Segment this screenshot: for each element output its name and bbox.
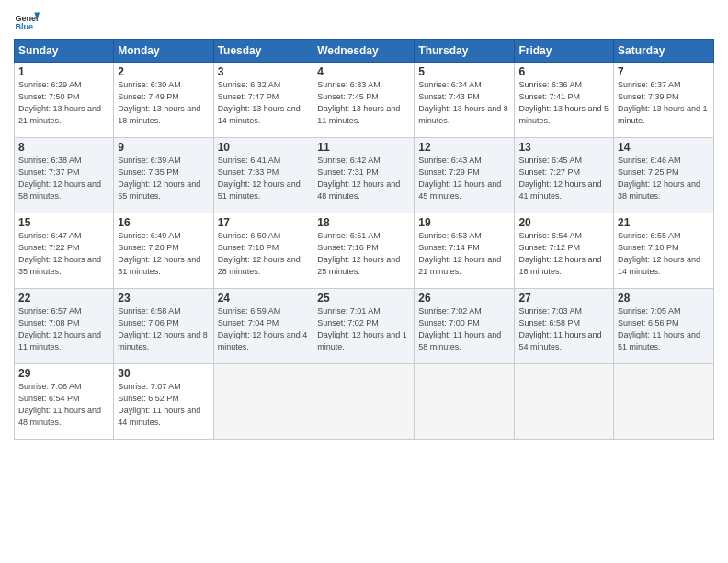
day-number: 11 — [317, 141, 410, 154]
day-info: Sunrise: 6:53 AMSunset: 7:14 PMDaylight:… — [418, 230, 510, 278]
day-number: 13 — [518, 141, 609, 154]
day-number: 27 — [518, 292, 609, 304]
day-number: 3 — [218, 65, 310, 78]
day-number: 21 — [618, 216, 710, 229]
calendar-table: SundayMondayTuesdayWednesdayThursdayFrid… — [14, 39, 714, 440]
day-info: Sunrise: 6:55 AMSunset: 7:10 PMDaylight:… — [618, 230, 710, 278]
day-info: Sunrise: 7:06 AMSunset: 6:54 PMDaylight:… — [18, 381, 109, 429]
calendar-cell: 17Sunrise: 6:50 AMSunset: 7:18 PMDayligh… — [213, 213, 313, 289]
day-info: Sunrise: 7:01 AMSunset: 7:02 PMDaylight:… — [317, 305, 410, 353]
day-info: Sunrise: 7:03 AMSunset: 6:58 PMDaylight:… — [518, 305, 609, 353]
day-info: Sunrise: 6:39 AMSunset: 7:35 PMDaylight:… — [118, 155, 209, 202]
logo: General Blue — [14, 9, 40, 35]
day-info: Sunrise: 6:37 AMSunset: 7:39 PMDaylight:… — [618, 79, 710, 127]
day-number: 14 — [618, 141, 710, 154]
day-info: Sunrise: 6:51 AMSunset: 7:16 PMDaylight:… — [317, 230, 410, 278]
day-info: Sunrise: 6:34 AMSunset: 7:43 PMDaylight:… — [418, 79, 510, 127]
day-info: Sunrise: 6:32 AMSunset: 7:47 PMDaylight:… — [218, 79, 310, 127]
day-number: 25 — [317, 292, 410, 304]
day-number: 1 — [18, 65, 109, 78]
calendar-cell: 15Sunrise: 6:47 AMSunset: 7:22 PMDayligh… — [15, 213, 114, 289]
day-number: 16 — [118, 216, 209, 229]
calendar-cell: 4Sunrise: 6:33 AMSunset: 7:45 PMDaylight… — [313, 63, 415, 138]
calendar-cell: 13Sunrise: 6:45 AMSunset: 7:27 PMDayligh… — [515, 138, 614, 213]
day-number: 7 — [618, 65, 710, 78]
day-number: 6 — [518, 65, 609, 78]
weekday-header: Saturday — [614, 40, 714, 63]
weekday-header: Thursday — [415, 40, 515, 63]
calendar-cell: 10Sunrise: 6:41 AMSunset: 7:33 PMDayligh… — [213, 138, 313, 213]
day-number: 23 — [118, 292, 209, 304]
day-number: 19 — [418, 216, 510, 229]
calendar-cell: 22Sunrise: 6:57 AMSunset: 7:08 PMDayligh… — [15, 289, 114, 364]
calendar-cell: 2Sunrise: 6:30 AMSunset: 7:49 PMDaylight… — [114, 63, 213, 138]
day-number: 9 — [118, 141, 209, 154]
calendar-cell: 1Sunrise: 6:29 AMSunset: 7:50 PMDaylight… — [15, 63, 114, 138]
calendar-cell: 23Sunrise: 6:58 AMSunset: 7:06 PMDayligh… — [114, 289, 213, 364]
day-number: 24 — [218, 292, 310, 304]
calendar-cell: 5Sunrise: 6:34 AMSunset: 7:43 PMDaylight… — [415, 63, 515, 138]
calendar-cell: 7Sunrise: 6:37 AMSunset: 7:39 PMDaylight… — [614, 63, 714, 138]
calendar-cell: 30Sunrise: 7:07 AMSunset: 6:52 PMDayligh… — [114, 364, 213, 440]
calendar-cell — [415, 364, 515, 440]
calendar-cell: 26Sunrise: 7:02 AMSunset: 7:00 PMDayligh… — [415, 289, 515, 364]
day-number: 18 — [317, 216, 410, 229]
calendar-cell: 28Sunrise: 7:05 AMSunset: 6:56 PMDayligh… — [614, 289, 714, 364]
calendar-cell: 24Sunrise: 6:59 AMSunset: 7:04 PMDayligh… — [213, 289, 313, 364]
calendar-cell: 27Sunrise: 7:03 AMSunset: 6:58 PMDayligh… — [515, 289, 614, 364]
calendar-cell — [313, 364, 415, 440]
calendar-week-row: 15Sunrise: 6:47 AMSunset: 7:22 PMDayligh… — [15, 213, 714, 289]
calendar-cell: 14Sunrise: 6:46 AMSunset: 7:25 PMDayligh… — [614, 138, 714, 213]
day-info: Sunrise: 7:02 AMSunset: 7:00 PMDaylight:… — [418, 305, 510, 353]
calendar-cell: 29Sunrise: 7:06 AMSunset: 6:54 PMDayligh… — [15, 364, 114, 440]
day-number: 5 — [418, 65, 510, 78]
day-number: 29 — [18, 367, 109, 380]
day-number: 30 — [118, 367, 209, 380]
day-info: Sunrise: 6:42 AMSunset: 7:31 PMDaylight:… — [317, 155, 410, 202]
svg-text:Blue: Blue — [15, 22, 33, 31]
day-number: 22 — [18, 292, 109, 304]
calendar-cell: 12Sunrise: 6:43 AMSunset: 7:29 PMDayligh… — [415, 138, 515, 213]
calendar-week-row: 1Sunrise: 6:29 AMSunset: 7:50 PMDaylight… — [15, 63, 714, 138]
calendar-cell: 18Sunrise: 6:51 AMSunset: 7:16 PMDayligh… — [313, 213, 415, 289]
calendar-cell — [515, 364, 614, 440]
weekday-header: Sunday — [15, 40, 114, 63]
page-container: General Blue SundayMondayTuesdayWednesda… — [0, 0, 728, 449]
day-number: 2 — [118, 65, 209, 78]
day-info: Sunrise: 6:30 AMSunset: 7:49 PMDaylight:… — [118, 79, 209, 127]
day-number: 20 — [518, 216, 609, 229]
day-number: 10 — [218, 141, 310, 154]
day-info: Sunrise: 7:05 AMSunset: 6:56 PMDaylight:… — [618, 305, 710, 353]
day-number: 28 — [618, 292, 710, 304]
weekday-header: Wednesday — [313, 40, 415, 63]
day-info: Sunrise: 6:29 AMSunset: 7:50 PMDaylight:… — [18, 79, 109, 127]
calendar-cell: 21Sunrise: 6:55 AMSunset: 7:10 PMDayligh… — [614, 213, 714, 289]
calendar-cell: 11Sunrise: 6:42 AMSunset: 7:31 PMDayligh… — [313, 138, 415, 213]
day-number: 26 — [418, 292, 510, 304]
day-info: Sunrise: 6:33 AMSunset: 7:45 PMDaylight:… — [317, 79, 410, 127]
day-info: Sunrise: 6:46 AMSunset: 7:25 PMDaylight:… — [618, 155, 710, 202]
day-info: Sunrise: 6:59 AMSunset: 7:04 PMDaylight:… — [218, 305, 310, 353]
day-info: Sunrise: 6:54 AMSunset: 7:12 PMDaylight:… — [518, 230, 609, 278]
calendar-cell: 19Sunrise: 6:53 AMSunset: 7:14 PMDayligh… — [415, 213, 515, 289]
day-number: 17 — [218, 216, 310, 229]
day-info: Sunrise: 6:45 AMSunset: 7:27 PMDaylight:… — [518, 155, 609, 202]
calendar-cell: 9Sunrise: 6:39 AMSunset: 7:35 PMDaylight… — [114, 138, 213, 213]
calendar-cell: 8Sunrise: 6:38 AMSunset: 7:37 PMDaylight… — [15, 138, 114, 213]
calendar-cell: 6Sunrise: 6:36 AMSunset: 7:41 PMDaylight… — [515, 63, 614, 138]
day-info: Sunrise: 6:36 AMSunset: 7:41 PMDaylight:… — [518, 79, 609, 127]
day-number: 12 — [418, 141, 510, 154]
weekday-header: Friday — [515, 40, 614, 63]
day-info: Sunrise: 6:41 AMSunset: 7:33 PMDaylight:… — [218, 155, 310, 202]
calendar-cell: 25Sunrise: 7:01 AMSunset: 7:02 PMDayligh… — [313, 289, 415, 364]
day-info: Sunrise: 6:57 AMSunset: 7:08 PMDaylight:… — [18, 305, 109, 353]
day-info: Sunrise: 6:43 AMSunset: 7:29 PMDaylight:… — [418, 155, 510, 202]
calendar-cell: 3Sunrise: 6:32 AMSunset: 7:47 PMDaylight… — [213, 63, 313, 138]
day-info: Sunrise: 6:47 AMSunset: 7:22 PMDaylight:… — [18, 230, 109, 278]
day-number: 4 — [317, 65, 410, 78]
weekday-header: Tuesday — [213, 40, 313, 63]
day-info: Sunrise: 6:50 AMSunset: 7:18 PMDaylight:… — [218, 230, 310, 278]
logo-icon: General Blue — [14, 9, 40, 35]
calendar-cell: 16Sunrise: 6:49 AMSunset: 7:20 PMDayligh… — [114, 213, 213, 289]
calendar-cell — [213, 364, 313, 440]
